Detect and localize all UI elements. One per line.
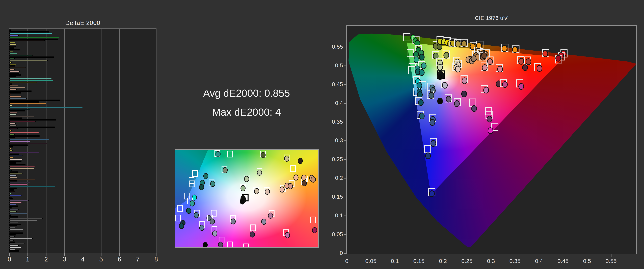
measurement-point xyxy=(200,225,204,231)
delta-e-bar xyxy=(10,132,39,133)
delta-e-bar xyxy=(10,69,15,70)
bar-x-tick-label: 2 xyxy=(40,256,53,263)
delta-e-bar xyxy=(10,100,60,101)
bar-x-tick xyxy=(64,253,65,256)
calibration-report: DeltaE 2000 012345678 Avg dE2000: 0.855 … xyxy=(0,0,644,269)
delta-e-bar xyxy=(10,96,22,97)
measurement-point xyxy=(502,81,507,87)
delta-e-bar xyxy=(10,92,21,93)
delta-e-bar xyxy=(10,152,39,153)
bar-x-tick xyxy=(9,253,10,256)
delta-e-bar xyxy=(10,82,37,83)
delta-e-bar xyxy=(10,117,22,119)
delta-e-bar xyxy=(10,164,26,165)
measurement-point xyxy=(472,106,477,112)
measurement-point xyxy=(194,212,198,218)
measurement-point xyxy=(488,128,493,134)
delta-e-bar xyxy=(10,74,21,76)
delta-e-bar xyxy=(10,29,11,31)
delta-e-bar xyxy=(10,90,32,92)
cie-x-tick xyxy=(587,254,587,257)
delta-e-bar xyxy=(10,218,43,219)
delta-e-bar xyxy=(10,224,21,225)
bar-x-tick-label: 8 xyxy=(150,256,163,263)
measurement-point xyxy=(218,242,223,247)
measurement-point xyxy=(254,188,259,194)
cie-x-tick-label: 0.1 xyxy=(385,258,405,264)
measurement-point xyxy=(429,92,434,98)
bar-x-tick xyxy=(28,253,28,256)
delta-e-bar xyxy=(10,195,22,196)
measurement-point xyxy=(484,87,489,93)
measurement-point xyxy=(302,181,306,186)
delta-e-bar xyxy=(10,110,25,111)
delta-e-bar xyxy=(10,213,27,214)
cie-chart xyxy=(346,25,637,254)
measurement-point xyxy=(231,219,236,224)
measurement-point xyxy=(482,65,487,71)
delta-e-bar xyxy=(10,33,52,34)
measurement-point xyxy=(426,153,430,159)
cie-y-tick xyxy=(344,84,346,85)
bar-x-tick xyxy=(46,253,46,256)
delta-e-bar xyxy=(10,207,12,209)
cie-x-tick xyxy=(394,254,395,257)
target-square xyxy=(178,205,183,211)
cie-x-tick-label: 0.25 xyxy=(457,258,477,264)
delta-e-bar xyxy=(10,98,27,99)
measurement-point xyxy=(526,59,531,65)
measurement-point xyxy=(285,233,290,238)
cie-y-tick-label: 0.25 xyxy=(316,156,343,162)
cie-x-tick-label: 0.45 xyxy=(553,258,573,264)
cie-y-tick xyxy=(344,140,346,141)
delta-e-bar xyxy=(10,47,14,49)
delta-e-bar xyxy=(10,202,22,203)
delta-e-bar xyxy=(10,51,13,52)
bar-chart-gridline xyxy=(46,29,46,253)
delta-e-bar xyxy=(10,247,21,248)
bar-x-tick xyxy=(119,253,120,256)
target-square xyxy=(404,33,410,41)
cie-x-tick xyxy=(371,254,371,257)
measurement-point xyxy=(210,181,215,187)
delta-e-bar xyxy=(10,236,14,237)
cie-x-tick xyxy=(467,254,467,257)
bar-x-tick-label: 6 xyxy=(113,256,126,263)
cie-x-tick-label: 0.5 xyxy=(577,258,597,264)
delta-e-bar xyxy=(10,193,11,194)
delta-e-bar xyxy=(10,175,17,176)
cie-y-tick xyxy=(344,216,346,216)
cie-y-tick-label: 0.05 xyxy=(316,231,343,238)
cie-x-tick xyxy=(491,254,491,257)
delta-e-bar xyxy=(10,216,18,218)
delta-e-bar xyxy=(10,109,30,110)
cie-x-tick xyxy=(563,254,563,257)
bar-x-tick-label: 5 xyxy=(94,256,108,263)
delta-e-bar xyxy=(10,94,11,95)
cie-y-tick-label: 0.3 xyxy=(316,137,343,144)
cie-y-tick-label: 0.4 xyxy=(316,100,343,106)
measurement-point xyxy=(431,140,436,146)
measurement-point xyxy=(257,170,262,176)
measurement-point xyxy=(204,173,208,179)
measurement-point xyxy=(462,40,466,47)
delta-e-bar xyxy=(10,141,30,142)
measurement-point xyxy=(210,219,214,224)
delta-e-bar xyxy=(10,31,49,32)
measurement-point xyxy=(462,78,467,84)
measurement-point xyxy=(519,83,524,89)
target-square xyxy=(228,151,232,157)
measurement-point xyxy=(454,101,459,107)
bar-chart-gridline xyxy=(101,29,102,253)
cie-scatter xyxy=(347,26,636,254)
target-square xyxy=(407,49,414,57)
cie-x-tick-label: 0.15 xyxy=(409,258,429,264)
delta-e-bar xyxy=(10,146,14,148)
delta-e-bar xyxy=(10,233,23,234)
delta-e-bar xyxy=(10,249,15,250)
bar-chart-title: DeltaE 2000 xyxy=(9,19,156,26)
bar-x-tick xyxy=(101,253,102,256)
avg-de2000-value: Avg dE2000: 0.855 xyxy=(174,84,319,103)
delta-e-bar xyxy=(10,148,11,149)
measurement-point xyxy=(512,47,518,53)
